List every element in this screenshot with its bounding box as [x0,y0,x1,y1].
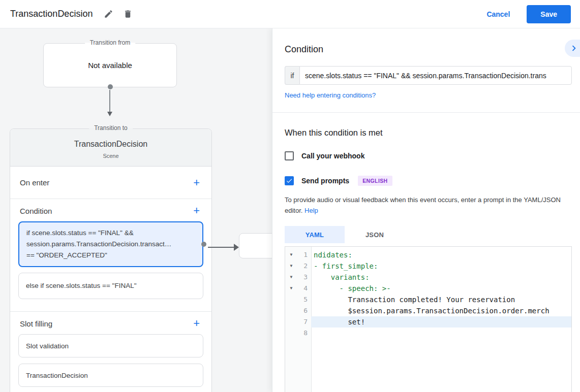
editor-line[interactable]: 2 - first_simple: [285,260,571,272]
editor-line[interactable]: 3 variants: [285,272,571,283]
code-text: variants: [311,272,571,283]
send-prompts-row[interactable]: Send prompts ENGLISH [285,176,572,186]
transition-to-box: Transition to TransactionDecision Scene … [10,128,212,392]
webhook-label: Call your webhook [301,152,364,160]
scene-title: TransactionDecision [10,140,211,149]
scene-graph-canvas: Transition from Not available Transition… [0,28,272,392]
plus-icon [193,321,200,329]
slot-card-validation[interactable]: Slot validation [18,334,203,357]
editor-line-active[interactable]: 7 set! [285,316,571,328]
condition-card-selected[interactable]: if scene.slots.status == "FINAL" && sess… [18,221,203,267]
if-prefix-label: if [285,66,299,85]
prompts-checkbox-checked[interactable] [285,176,294,185]
connector-dot [201,242,206,247]
top-bar: TransactionDecision Cancel Save [0,0,580,28]
on-enter-section: On enter [10,167,211,199]
condition-section: Condition if scene.slots.status == "FINA… [10,199,211,312]
yaml-editor[interactable]: 1 ndidates: 2 - first_simple: 3 variants… [285,246,572,392]
code-text: Transaction completed! Your reservation [311,294,571,305]
arrow-down-icon [107,112,112,116]
code-text: - first_simple: [311,260,571,272]
scene-card-header: TransactionDecision Scene [10,129,211,167]
when-condition-heading: When this condition is met [285,128,572,138]
line-number: 8 [297,328,311,339]
add-slot-button[interactable] [193,318,200,329]
line-number: 4 [297,283,311,294]
prompts-label: Send prompts [301,177,349,185]
editor-tabs: YAML JSON [285,226,572,243]
slot-filling-label: Slot filling [20,319,52,328]
slot-card-transaction-decision[interactable]: TransactionDecision [18,364,203,387]
condition-transition-arrow [208,244,239,251]
panel-condition-heading: Condition [285,44,572,55]
editor-line[interactable]: 5 Transaction completed! Your reservatio… [285,294,571,305]
tab-json[interactable]: JSON [345,226,405,243]
condition-line: == "ORDER_ACCEPTED" [26,250,195,261]
main-content: Transition from Not available Transition… [0,28,580,392]
edit-scene-button[interactable] [102,8,115,21]
editor-line[interactable]: 8 [285,328,571,339]
condition-section-label: Condition [20,207,52,215]
code-text: set! [311,316,571,328]
chevron-right-icon [568,43,579,54]
transition-to-label: Transition to [89,124,133,132]
trash-icon [123,9,133,19]
condition-card-else[interactable]: else if scene.slots.status == "FINAL" [18,273,203,299]
prompt-description: To provide audio or visual feedback when… [285,194,572,216]
line-number: 7 [297,316,311,328]
pencil-icon [104,9,113,19]
code-text: - speech: >- [311,283,571,294]
add-on-enter-button[interactable] [193,178,200,188]
editor-line[interactable]: 4 - speech: >- [285,283,571,294]
collapse-panel-button[interactable] [565,40,580,57]
transition-from-box: Transition from Not available [43,43,177,87]
transition-from-label: Transition from [85,39,136,46]
transition-target-box [239,233,272,258]
webhook-checkbox-unchecked[interactable] [285,151,294,160]
line-number: 3 [297,272,311,283]
call-webhook-row[interactable]: Call your webhook [285,151,572,160]
add-condition-button[interactable] [193,206,200,216]
connector-dot [108,84,113,89]
condition-line: else if scene.slots.status == "FINAL" [26,280,196,291]
tab-yaml[interactable]: YAML [285,226,345,243]
save-button[interactable]: Save [527,5,571,23]
condition-expression-row: if [285,66,572,85]
condition-line: if scene.slots.status == "FINAL" && [26,227,195,239]
plus-icon [193,180,200,188]
line-number: 1 [297,249,311,260]
on-enter-label: On enter [20,178,49,187]
condition-help-link[interactable]: Need help entering conditions? [285,91,376,99]
delete-scene-button[interactable] [121,8,134,21]
line-number: 5 [297,294,311,305]
condition-line: session.params.TransactionDecision.trans… [26,239,195,250]
scene-subtitle: Scene [10,153,211,159]
slot-filling-section: Slot filling Slot validation Transaction… [10,312,211,392]
editor-line[interactable]: 6 $session.params.TransactionDecision.or… [285,305,571,316]
transition-from-value: Not available [88,61,132,70]
arrow-right-icon [234,244,239,251]
check-icon [286,177,293,184]
condition-detail-panel: Condition if Need help entering conditio… [272,28,580,392]
line-number: 6 [297,305,311,316]
help-link[interactable]: Help [304,207,318,214]
condition-expression-input[interactable] [299,66,572,85]
language-badge: ENGLISH [358,176,392,186]
page-title: TransactionDecision [10,9,93,19]
editor-line[interactable]: 1 ndidates: [285,249,571,260]
code-text [311,328,571,339]
plus-icon [193,208,200,216]
code-text: $session.params.TransactionDecision.orde… [311,305,571,316]
cancel-button[interactable]: Cancel [486,10,510,18]
code-text: ndidates: [311,249,571,260]
transition-arrow-down [107,90,113,117]
line-number: 2 [297,260,311,272]
